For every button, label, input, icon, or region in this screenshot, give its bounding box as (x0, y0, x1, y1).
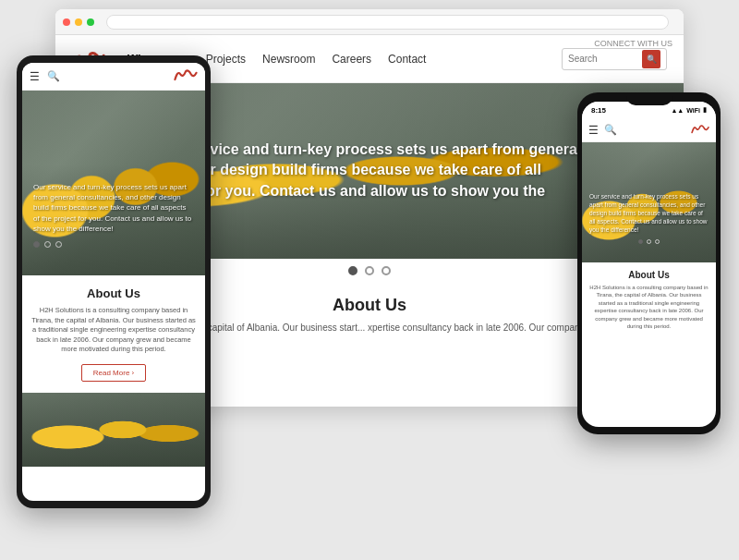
mobile-time: 8:15 (591, 106, 606, 115)
nav-link-careers[interactable]: Careers (332, 53, 371, 66)
mobile-dot-2[interactable] (647, 239, 651, 244)
tablet-device: ☰ 🔍 Our service and turn-key process set… (17, 55, 211, 508)
tablet-hero-text: Our service and turn-key process sets us… (33, 182, 194, 248)
browser-close-dot[interactable] (63, 18, 70, 26)
tablet-about-title: About Us (31, 286, 196, 300)
search-input[interactable] (568, 54, 642, 64)
mobile-nav: ☰ 🔍 (582, 118, 716, 142)
tablet-about-body: H2H Solutions is a consulting company ba… (31, 306, 196, 355)
mobile-search-icon[interactable]: 🔍 (604, 124, 617, 136)
mobile-hero-headline: Our service and turn-key process sets us… (589, 193, 708, 233)
connect-label: CONNECT WITH US (594, 39, 672, 48)
tablet-about-section: About Us H2H Solutions is a consulting c… (22, 275, 205, 393)
tablet-hero: Our service and turn-key process sets us… (22, 91, 205, 275)
search-button[interactable]: 🔍 (642, 50, 660, 68)
slider-dot-1[interactable] (348, 266, 357, 275)
mobile-about-title: About Us (589, 270, 709, 280)
mobile-wifi-icon: WiFi (686, 107, 700, 114)
search-box[interactable]: 🔍 (562, 48, 667, 70)
slider-dot-3[interactable] (382, 266, 391, 275)
mobile-dot-1[interactable] (638, 239, 643, 244)
tablet-bottom-workers-bg (22, 393, 205, 467)
tablet-bottom-image (22, 393, 205, 467)
mobile-about-section: About Us H2H Solutions is a consulting c… (582, 262, 716, 337)
tablet-hero-headline: Our service and turn-key process sets us… (33, 183, 191, 233)
mobile-battery-icon: ▮ (703, 106, 707, 114)
mobile-notch (626, 92, 672, 105)
tablet-dot-2[interactable] (44, 241, 51, 248)
tablet-dot-1[interactable] (33, 241, 40, 248)
nav-link-newsroom[interactable]: Newsroom (262, 53, 315, 66)
mobile-hamburger-icon[interactable]: ☰ (588, 124, 599, 137)
mobile-status-right: ▲▲ WiFi ▮ (671, 106, 707, 114)
browser-maximize-dot[interactable] (87, 18, 94, 26)
mobile-dot-3[interactable] (655, 239, 660, 244)
mobile-device: 8:15 ▲▲ WiFi ▮ ☰ 🔍 (577, 92, 721, 434)
browser-chrome-bar (55, 9, 684, 35)
browser-url-bar[interactable] (106, 15, 669, 30)
hamburger-icon[interactable]: ☰ (30, 70, 40, 83)
tablet-slider-dots (33, 241, 194, 248)
tablet-nav: ☰ 🔍 (22, 63, 205, 91)
tablet-screen: ☰ 🔍 Our service and turn-key process set… (22, 63, 205, 501)
nav-link-contact[interactable]: Contact (388, 53, 426, 66)
slider-dot-2[interactable] (365, 266, 374, 275)
mobile-hero: Our service and turn-key process sets us… (582, 142, 716, 262)
mobile-slider-dots (589, 239, 709, 244)
mobile-logo (691, 122, 709, 139)
mobile-screen: 8:15 ▲▲ WiFi ▮ ☰ 🔍 (582, 102, 716, 427)
mobile-hero-text-block: Our service and turn-key process sets us… (589, 192, 709, 244)
mobile-about-body: H2H Solutions is a consulting company ba… (589, 284, 709, 330)
tablet-read-more-button[interactable]: Read More › (81, 364, 146, 382)
browser-minimize-dot[interactable] (75, 18, 82, 26)
mobile-signal-icon: ▲▲ (671, 107, 684, 114)
tablet-logo (174, 67, 198, 86)
tablet-dot-3[interactable] (55, 241, 62, 248)
scene: ☰ 🔍 Our service and turn-key process set… (0, 0, 739, 560)
nav-link-projects[interactable]: Projects (206, 53, 246, 66)
search-tablet-icon[interactable]: 🔍 (47, 70, 60, 82)
